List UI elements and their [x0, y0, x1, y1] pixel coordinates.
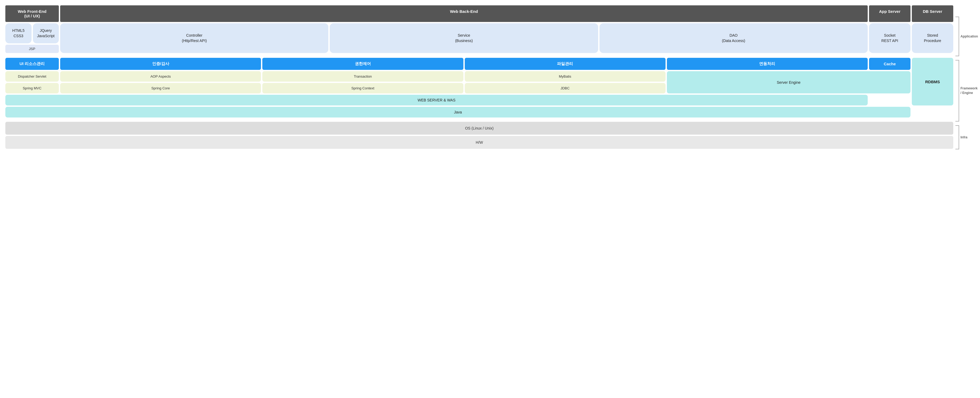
app-row: HTML5CSS3JQueryJavaScriptJSPController(H… — [5, 23, 953, 53]
controller-box: Controller(Http/Rest API) — [60, 23, 328, 53]
bracket-label: Infra — [959, 135, 967, 140]
java-bar: Java — [5, 107, 910, 118]
right-labels: ApplicationFramework/ EngineInfra — [953, 5, 975, 149]
infra-grid: OS (Linux / Unix)H/W — [5, 122, 953, 149]
frontend-col: HTML5CSS3JQueryJavaScriptJSP — [5, 23, 59, 53]
dispatcher-box: Dispatcher Servlet — [5, 71, 59, 82]
frontend-top: HTML5CSS3JQueryJavaScript — [5, 23, 59, 43]
spring-context-box: Spring Context — [262, 83, 463, 93]
rdbms-box: RDBMS — [912, 58, 953, 105]
bracket-group: Framework/ Engine — [955, 60, 975, 121]
mybatis-box: MyBatis — [465, 71, 665, 82]
rb-spacer2 — [955, 121, 975, 125]
ui-resource-btn[interactable]: UI 리소스관리 — [5, 58, 59, 70]
dao-box: DAO(Data Access) — [600, 23, 868, 53]
os-bar: OS (Linux / Unix) — [5, 122, 953, 134]
service-box: Service(Business) — [330, 23, 598, 53]
spring-mvc-box: Spring MVC — [5, 83, 59, 93]
jdbc-box: JDBC — [465, 83, 665, 93]
auth-btn[interactable]: 인증/감사 — [60, 58, 261, 70]
stored-procedure-box: StoredProcedure — [912, 23, 953, 53]
cache-btn[interactable]: Cache — [869, 58, 910, 70]
bracket-line — [955, 125, 959, 149]
transaction-box: Transaction — [262, 71, 463, 82]
jsp-box: JSP — [5, 45, 59, 53]
permission-btn[interactable]: 권한제어 — [262, 58, 463, 70]
jquery-box: JQueryJavaScript — [33, 23, 59, 43]
linkage-btn[interactable]: 연동처리 — [667, 58, 868, 70]
header-backend: Web Back-End — [60, 5, 868, 22]
bracket-line — [955, 60, 959, 121]
framework-grid: UI 리소스관리인증/감사권한제어파일관리연동처리CacheRDBMSDispa… — [5, 58, 953, 118]
bracket-group: Infra — [955, 125, 975, 149]
socket-box: SocketREST API — [869, 23, 910, 53]
bracket-group: Application — [955, 17, 975, 56]
file-mgmt-btn[interactable]: 파일관리 — [465, 58, 665, 70]
bracket-line — [955, 17, 959, 56]
hw-bar: H/W — [5, 136, 953, 149]
was-bar: WEB SERVER & WAS — [5, 95, 868, 105]
bracket-label: Framework/ Engine — [959, 86, 978, 95]
page: Web Front-End(UI / UX)Web Back-EndApp Se… — [5, 5, 975, 149]
header-appserver: App Server — [869, 5, 910, 22]
wrapper: Web Front-End(UI / UX)Web Back-EndApp Se… — [5, 5, 975, 149]
spring-core-box: Spring Core — [60, 83, 261, 93]
html5-box: HTML5CSS3 — [5, 23, 32, 43]
server-engine-box: Server Engine — [667, 71, 910, 93]
bracket-label: Application — [959, 34, 978, 39]
backend-col: Controller(Http/Rest API)Service(Busines… — [60, 23, 868, 53]
main-area: Web Front-End(UI / UX)Web Back-EndApp Se… — [5, 5, 953, 149]
header-row: Web Front-End(UI / UX)Web Back-EndApp Se… — [5, 5, 953, 22]
header-dbserver: DB Server — [912, 5, 953, 22]
header-frontend: Web Front-End(UI / UX) — [5, 5, 59, 22]
aop-box: AOP Aspects — [60, 71, 261, 82]
